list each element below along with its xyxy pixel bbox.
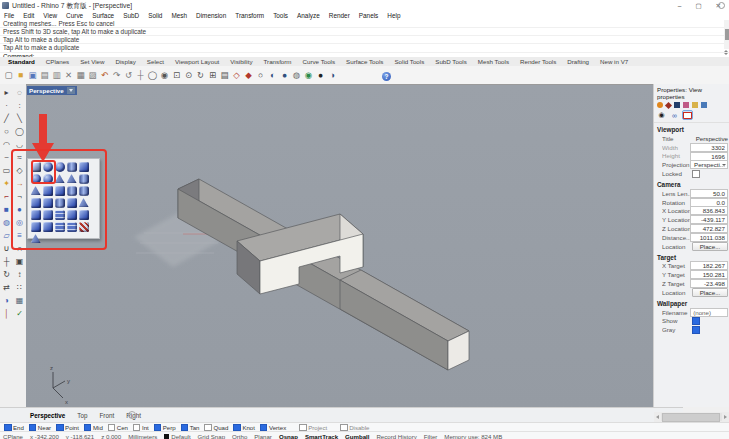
wireframe-sphere-icon[interactable]: ○ — [255, 69, 266, 82]
scale-tool-icon[interactable]: ↕ — [13, 268, 26, 281]
status-record-history-toggle[interactable]: Record History — [376, 433, 416, 439]
osnap-knot[interactable]: Knot — [233, 424, 255, 432]
checkbox-icon[interactable] — [56, 424, 64, 432]
toolbar-tab-new-in-v7[interactable]: New in V7 — [600, 58, 628, 65]
toolbar-tab-render-tools[interactable]: Render Tools — [520, 58, 556, 65]
ghosted-sphere-icon[interactable]: ◍ — [291, 69, 302, 82]
minimize-button[interactable]: – — [678, 2, 682, 10]
property-value-file[interactable]: (none) — [690, 308, 728, 317]
delete-face-tool-icon[interactable] — [79, 222, 89, 232]
menu-solid[interactable]: Solid — [148, 12, 162, 19]
status-filter-toggle[interactable]: Filter — [424, 433, 438, 439]
box-tool-icon[interactable]: ■ — [0, 203, 13, 216]
properties-tab-folder-icon[interactable] — [692, 102, 698, 108]
status-layer-default[interactable]: Default — [164, 433, 190, 439]
copy-object-tool-icon[interactable]: ▣ — [13, 255, 26, 268]
circle-tool-icon[interactable]: ○ — [0, 125, 13, 138]
property-value-button[interactable]: Place... — [692, 288, 728, 297]
point-tool-icon[interactable]: · — [0, 99, 13, 112]
menu-curve[interactable]: Curve — [66, 12, 83, 19]
checkbox-icon[interactable] — [299, 424, 307, 432]
property-value-check-off[interactable] — [692, 170, 700, 178]
status-gumball-toggle[interactable]: Gumball — [345, 433, 369, 439]
camera-properties-icon[interactable]: ◉ — [657, 111, 666, 119]
zoom-extents-icon[interactable]: ⊡ — [171, 69, 182, 82]
osnap-tan[interactable]: Tan — [181, 424, 200, 432]
toolbar-tab-drafting[interactable]: Drafting — [567, 58, 589, 65]
osnap-int[interactable]: Int — [133, 424, 149, 432]
toolbar-tab-select[interactable]: Select — [147, 58, 164, 65]
arc-3pt-tool-icon[interactable]: ◡ — [13, 138, 26, 151]
toolbar-tab-mesh-tools[interactable]: Mesh Tools — [478, 58, 509, 65]
property-value-input[interactable]: -23.498 — [690, 279, 728, 288]
array-box-tool-icon[interactable] — [55, 210, 65, 220]
toolbar-tab-cplanes[interactable]: CPlanes — [46, 58, 69, 65]
viewport-properties-icon[interactable] — [683, 111, 692, 119]
status-ortho-toggle[interactable]: Ortho — [232, 433, 247, 439]
property-value-button[interactable]: Place... — [692, 242, 728, 251]
viewport-tab-front[interactable]: Front — [100, 412, 115, 419]
extend-tool-icon[interactable]: → — [13, 177, 26, 190]
zoom-dynamic-icon[interactable]: ◯ — [147, 69, 158, 82]
properties-tab-texture-icon[interactable] — [674, 102, 680, 108]
lasso-tool-icon[interactable]: ◌ — [13, 86, 26, 99]
open-file-icon[interactable]: ■ — [15, 69, 26, 82]
point-cloud-tool-icon[interactable]: : — [13, 99, 26, 112]
command-area[interactable]: Creating meshes... Press Esc to cancelPr… — [0, 20, 729, 58]
checkbox-icon[interactable] — [4, 424, 12, 432]
spinner-down-icon[interactable] — [724, 53, 728, 55]
command-scrollbar[interactable] — [724, 20, 729, 49]
rectangle-tool-icon[interactable]: ▭ — [0, 164, 13, 177]
osnap-perp[interactable]: Perp — [154, 424, 176, 432]
menu-view[interactable]: View — [43, 12, 57, 19]
menu-edit[interactable]: Edit — [23, 12, 34, 19]
redo-icon[interactable]: ↷ — [111, 69, 122, 82]
sphere-diameter-tool-icon[interactable] — [55, 162, 65, 172]
property-value-input[interactable]: 836.843 — [690, 206, 728, 215]
extrude-curve-tool-icon[interactable] — [43, 198, 53, 208]
print-icon[interactable]: ▤ — [39, 69, 50, 82]
checkbox-icon[interactable] — [233, 424, 241, 432]
property-value-input[interactable]: 150.281 — [690, 270, 728, 279]
named-views-icon[interactable]: ▤ — [219, 69, 230, 82]
pipe-tool-icon[interactable] — [79, 186, 89, 196]
boolean-union-tool-icon[interactable] — [31, 210, 41, 220]
boolean-union-tool-icon[interactable]: ∪ — [0, 242, 13, 255]
surface-tool-icon[interactable]: ▱ — [0, 229, 13, 242]
arc-tool-icon[interactable]: ◠ — [0, 138, 13, 151]
viewport-title-tab[interactable]: Perspective — [27, 86, 77, 95]
toolbar-tab-viewport-layout[interactable]: Viewport Layout — [175, 58, 219, 65]
property-value-input[interactable]: 1011.038 — [690, 233, 728, 242]
checkbox-icon[interactable] — [154, 424, 162, 432]
property-value-check-on[interactable] — [692, 326, 700, 334]
osnap-quad[interactable]: Quad — [204, 424, 228, 432]
scroll-right-icon[interactable] — [722, 413, 729, 421]
menu-subd[interactable]: SubD — [123, 12, 139, 19]
cylinder-tool-icon[interactable]: ◍ — [0, 216, 13, 229]
undo-multiple-icon[interactable]: ↺ — [123, 69, 134, 82]
cylinder-tool-icon[interactable] — [67, 162, 77, 172]
spinner-up-icon[interactable] — [724, 50, 728, 52]
osnap-end[interactable]: End — [4, 424, 24, 432]
rotate-view-icon[interactable]: ↻ — [195, 69, 206, 82]
fillet-tool-icon[interactable]: ⌐ — [0, 190, 13, 203]
pyramid-extra-tool-icon[interactable] — [31, 234, 41, 244]
new-file-icon[interactable]: ▢ — [3, 69, 14, 82]
save-icon[interactable]: ▣ — [27, 69, 38, 82]
boolean-intersect-tool-icon[interactable]: ∩ — [13, 242, 26, 255]
material-ball-icon[interactable]: ● — [315, 69, 326, 82]
cone-tool-icon[interactable] — [67, 174, 77, 184]
help-icon[interactable]: ? — [382, 72, 391, 81]
osnap-cen[interactable]: Cen — [108, 424, 128, 432]
properties-tab-material-icon[interactable] — [665, 101, 672, 108]
property-value-dropdown[interactable]: Perspecti... — [690, 160, 728, 169]
display-shaded-icon[interactable]: ◆ — [243, 69, 254, 82]
shaded-ball-tool-icon[interactable]: ◑ — [0, 294, 13, 307]
offset-solid-tool-icon[interactable] — [43, 222, 53, 232]
curve-tool-icon[interactable]: ~ — [0, 151, 13, 164]
loft-tool-icon[interactable]: ≡ — [13, 229, 26, 242]
scroll-left-icon[interactable] — [654, 413, 661, 421]
osnap-disable[interactable]: Disable — [340, 424, 369, 432]
menu-dimension[interactable]: Dimension — [196, 12, 226, 19]
menu-render[interactable]: Render — [329, 12, 350, 19]
